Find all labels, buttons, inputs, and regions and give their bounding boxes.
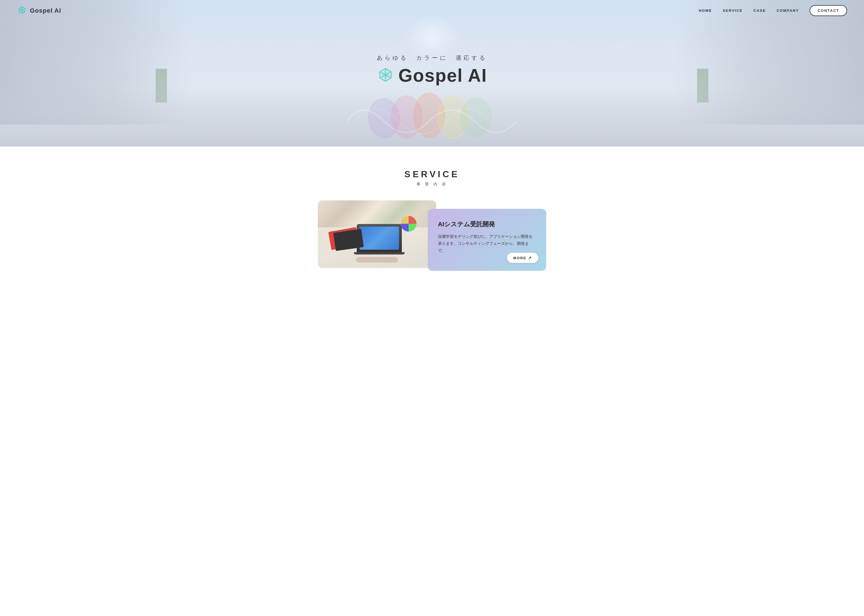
hero-content: あらゆる カラーに 適応する Gospel AI xyxy=(377,54,487,86)
laptop xyxy=(357,224,402,255)
service-card-text: AIシステム受託開発 深層学習モデリング並びに、アプリケーション開発を承ります。… xyxy=(428,209,546,271)
hero-title: Gospel AI xyxy=(399,65,487,86)
hero-subtitle: あらゆる カラーに 適応する xyxy=(377,54,487,62)
hero-section: あらゆる カラーに 適応する Gospel AI xyxy=(0,0,864,146)
laptop-base xyxy=(354,252,405,255)
service-section: SERVICE 事 業 内 容 xyxy=(0,169,864,288)
nav-company[interactable]: COMPANY xyxy=(777,8,799,13)
service-card-wrap: AIシステム受託開発 深層学習モデリング並びに、アプリケーション開発を承ります。… xyxy=(0,200,864,271)
more-arrow-icon: ↗ xyxy=(528,256,532,260)
service-title-en: SERVICE xyxy=(0,169,864,179)
office-scene xyxy=(318,200,436,268)
service-card-image xyxy=(318,200,436,268)
service-title-ja: 事 業 内 容 xyxy=(0,182,864,187)
pie-chart xyxy=(399,214,418,234)
service-image-inner xyxy=(318,200,436,268)
nav-case[interactable]: CASE xyxy=(754,8,766,13)
hero-title-wrap: Gospel AI xyxy=(377,65,487,86)
black-notebook xyxy=(333,229,364,251)
hands-hint xyxy=(356,257,398,262)
nav-contact[interactable]: CONTACT xyxy=(810,5,847,16)
main-content: SERVICE 事 業 内 容 xyxy=(0,146,864,305)
hero-waves xyxy=(319,85,545,130)
service-card-description: 深層学習モデリング並びに、アプリケーション開発を承ります。コンサルティングフェー… xyxy=(438,233,536,255)
logo-icon xyxy=(17,6,27,16)
more-label: MORE xyxy=(513,256,527,260)
laptop-lid xyxy=(357,224,402,252)
service-card-title: AIシステム受託開発 xyxy=(438,220,536,228)
header: Gospel AI HOME SERVICE CASE COMPANY CONT… xyxy=(0,0,864,21)
nav-service[interactable]: SERVICE xyxy=(723,8,743,13)
nav-home[interactable]: HOME xyxy=(699,8,712,13)
logo-text: Gospel AI xyxy=(30,7,61,14)
more-button[interactable]: MORE ↗ xyxy=(507,253,538,263)
logo[interactable]: Gospel AI xyxy=(17,6,61,16)
laptop-screen xyxy=(359,226,399,250)
main-nav: HOME SERVICE CASE COMPANY CONTACT xyxy=(699,5,847,16)
hero-logo-icon xyxy=(377,67,394,84)
